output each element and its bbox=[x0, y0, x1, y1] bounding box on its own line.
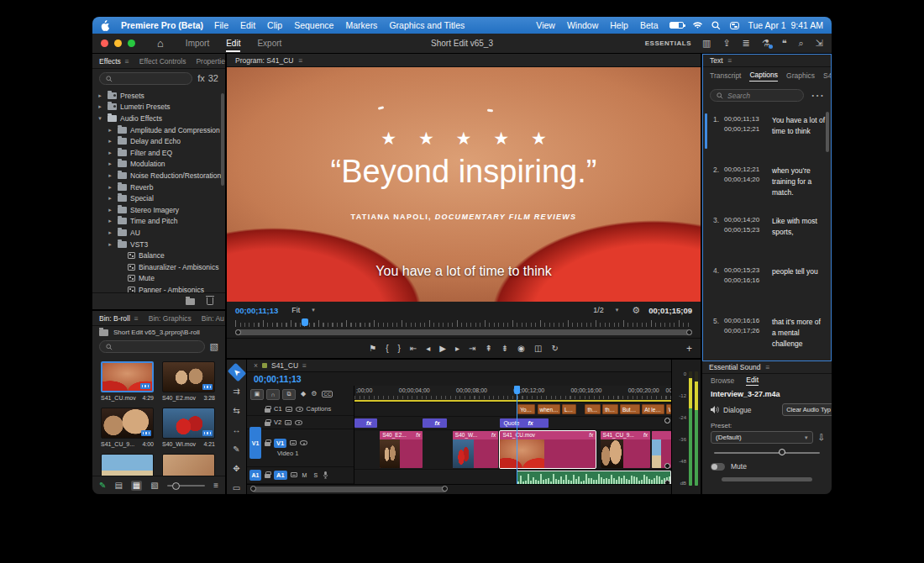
bin-clip[interactable]: S41_CU_9...4:00 bbox=[101, 408, 154, 447]
chevron-icon[interactable]: ▸ bbox=[106, 241, 114, 248]
track-select-forward-tool[interactable]: ⇉ bbox=[229, 386, 244, 397]
panel-menu-icon[interactable]: ≡ bbox=[728, 56, 732, 65]
effects-tree-item[interactable]: Mute bbox=[92, 273, 225, 285]
caption-text[interactable]: You have a lot of time to think bbox=[772, 115, 826, 155]
caption-clip[interactable]: th… bbox=[602, 404, 617, 414]
track-scroll-knob[interactable] bbox=[664, 480, 670, 484]
caption-clip[interactable]: Wh… bbox=[666, 404, 671, 414]
voiceover-record-icon[interactable] bbox=[323, 471, 328, 479]
tab-overflow[interactable]: S4 bbox=[823, 71, 831, 80]
graphic-clip[interactable]: fx bbox=[423, 418, 447, 428]
bin-clip[interactable] bbox=[162, 454, 215, 476]
home-icon[interactable]: ⌂ bbox=[157, 37, 164, 50]
selection-tool[interactable]: ➤ bbox=[227, 363, 246, 382]
menu-clock[interactable]: Tue Apr 1 9:41 AM bbox=[748, 20, 824, 30]
caption-list-item[interactable]: 1.00;00;11;1300;00;12;21You have a lot o… bbox=[703, 110, 829, 160]
type-tool[interactable]: ▭ bbox=[229, 482, 244, 494]
comments-icon[interactable]: ❝ bbox=[782, 39, 787, 48]
menu-item[interactable]: Markers bbox=[345, 20, 377, 30]
caption-list-item[interactable]: 2.00;00;12;2100;00;14;20when you’re trai… bbox=[703, 160, 829, 211]
track-meta-icon[interactable] bbox=[291, 472, 297, 477]
pen-tool[interactable]: ✎ bbox=[229, 444, 244, 455]
video-clip[interactable]: S41_CU.movfx bbox=[500, 431, 596, 468]
tab-graphics[interactable]: Graphics bbox=[786, 71, 815, 80]
track-visibility-icon[interactable] bbox=[295, 420, 302, 425]
menu-item[interactable]: Sequence bbox=[294, 20, 333, 30]
caption-list-item[interactable]: 3.00;00;14;2000;00;15;23Like with most s… bbox=[703, 211, 829, 261]
bin-search-input[interactable] bbox=[99, 340, 205, 353]
caption-clip[interactable]: Yo… bbox=[517, 404, 535, 414]
effects-tree-item[interactable]: ▸Amplitude and Compression bbox=[92, 124, 225, 136]
effects-tree-item[interactable]: ▸Reverb bbox=[92, 182, 225, 193]
menu-item[interactable]: Beta bbox=[640, 20, 659, 30]
timeline-ruler[interactable]: ;00;0000;00;04;0000;00;08;0000;00;12;000… bbox=[354, 386, 671, 403]
mark-in-icon[interactable]: { bbox=[386, 345, 388, 353]
menu-app-name[interactable]: Premiere Pro (Beta) bbox=[121, 20, 203, 30]
workspace-label[interactable]: ESSENTIALS bbox=[645, 39, 691, 47]
sort-icon[interactable]: ≡ bbox=[213, 481, 218, 490]
panel-menu-icon[interactable]: ≡ bbox=[765, 363, 769, 371]
chevron-icon[interactable]: ▸ bbox=[106, 207, 114, 213]
ripple-edit-tool[interactable]: ⇆ bbox=[229, 405, 244, 417]
effects-tree-item[interactable]: ▸Special bbox=[92, 192, 225, 204]
multi-camera-icon[interactable]: ↻ bbox=[551, 345, 558, 353]
current-timecode[interactable]: 00;00;11;13 bbox=[235, 306, 278, 315]
clip-thumbnail[interactable] bbox=[101, 361, 154, 392]
bin-clip[interactable]: S40_WI.mov4:21 bbox=[162, 408, 215, 447]
bin-path[interactable]: Short Edit v65_3.prproj\B-roll bbox=[113, 329, 200, 336]
hand-tool[interactable]: ✥ bbox=[229, 463, 244, 475]
quick-export-icon[interactable]: ⇪ bbox=[722, 39, 730, 48]
caption-text[interactable]: that it’s more of a mental challenge bbox=[772, 317, 826, 357]
chevron-icon[interactable]: ▸ bbox=[106, 184, 114, 191]
video-clip[interactable]: S41_CU_9...fx bbox=[601, 431, 651, 468]
effects-tree-item[interactable]: ▸Filter and EQ bbox=[92, 147, 225, 159]
chevron-icon[interactable]: ▸ bbox=[106, 150, 114, 156]
video-clip[interactable]: S40_E2...fx bbox=[380, 431, 423, 468]
bit-depth-badge[interactable]: 32 bbox=[208, 74, 218, 83]
mark-out-icon[interactable]: } bbox=[398, 345, 401, 353]
track-meta-icon[interactable] bbox=[286, 407, 292, 412]
effects-tree-item[interactable]: ▸AU bbox=[92, 227, 225, 239]
lift-icon[interactable]: ⇞ bbox=[485, 345, 491, 353]
clip-thumbnail[interactable] bbox=[162, 454, 215, 476]
source-patch-a1[interactable]: A1 bbox=[249, 470, 261, 481]
effects-tree-item[interactable]: ▸Modulation bbox=[92, 159, 225, 171]
spotlight-icon[interactable] bbox=[711, 21, 721, 30]
linked-selection-icon[interactable]: ⧉ bbox=[282, 389, 296, 400]
v1-track-header[interactable]: V1 V1 Video 1 bbox=[247, 429, 354, 467]
menu-item[interactable]: Graphics and Titles bbox=[389, 20, 465, 30]
slip-tool[interactable]: ↔ bbox=[229, 424, 244, 436]
export-frame-icon[interactable]: ◉ bbox=[517, 345, 525, 353]
text-panel-title[interactable]: Text bbox=[710, 56, 723, 65]
graphic-clip[interactable]: Quotefx bbox=[500, 418, 548, 428]
effects-tree-item[interactable]: ▾Audio Effects bbox=[92, 113, 225, 124]
lock-icon[interactable] bbox=[265, 408, 270, 413]
timeline-track-area[interactable]: ;00;0000;00;04;0000;00;08;0000;00;12;000… bbox=[354, 386, 671, 484]
effects-search-input[interactable] bbox=[99, 72, 192, 85]
monitor-settings-icon[interactable]: ⚙ bbox=[632, 306, 640, 315]
panel-menu-icon[interactable]: ≡ bbox=[298, 56, 302, 65]
wifi-icon[interactable] bbox=[693, 21, 702, 30]
track-target-v1[interactable]: V1 bbox=[274, 439, 286, 448]
monitor-playhead[interactable] bbox=[302, 318, 308, 326]
timeline-timecode[interactable]: 00;00;11;13 bbox=[254, 374, 302, 384]
essential-sound-title[interactable]: Essential Sound bbox=[709, 363, 760, 371]
menu-item[interactable]: Help bbox=[610, 20, 628, 30]
caption-text[interactable]: when you’re training for a match. bbox=[772, 166, 826, 206]
tab-transcript[interactable]: Transcript bbox=[710, 71, 741, 80]
clip-thumbnail[interactable] bbox=[101, 454, 154, 476]
comparison-view-icon[interactable]: ◫ bbox=[534, 345, 542, 353]
program-monitor-title[interactable]: Program: S41_CU bbox=[235, 56, 293, 65]
playback-resolution-select[interactable]: 1/2▾ bbox=[588, 305, 623, 315]
go-to-out-icon[interactable]: ⇥ bbox=[469, 345, 475, 353]
bin-clip[interactable]: S40_E2.mov3:28 bbox=[162, 361, 215, 401]
preset-select[interactable]: (Default)▾ bbox=[711, 431, 813, 444]
menu-item[interactable]: View bbox=[536, 20, 555, 30]
source-patch-v1[interactable]: V1 bbox=[249, 427, 261, 459]
step-back-icon[interactable]: ◂ bbox=[426, 345, 430, 353]
list-view-icon[interactable]: ▤ bbox=[114, 481, 122, 490]
caption-clip[interactable]: th… bbox=[585, 404, 600, 414]
properties-icon[interactable]: ≣ bbox=[743, 39, 750, 48]
track-id[interactable]: V2 bbox=[274, 418, 281, 426]
track-target-a1[interactable]: A1 bbox=[274, 471, 287, 480]
